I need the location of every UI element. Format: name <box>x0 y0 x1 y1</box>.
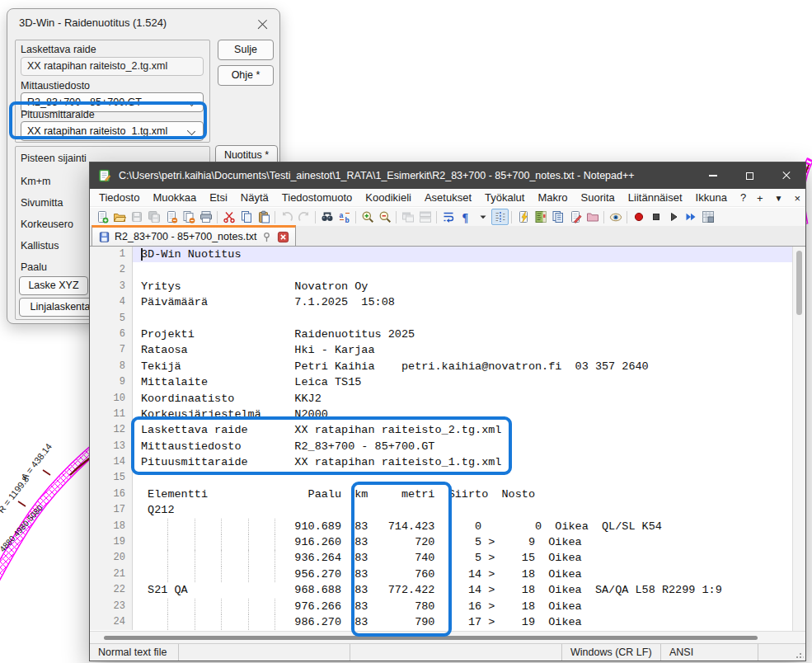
menu-koodikieli[interactable]: Koodikieli <box>359 191 418 204</box>
print-icon[interactable] <box>197 209 214 225</box>
menu-tiedostomuoto[interactable]: Tiedostomuoto <box>275 191 359 204</box>
zoom-in-icon[interactable] <box>359 209 376 225</box>
close-document-button[interactable]: × <box>794 192 800 205</box>
editor-line[interactable]: 19 916.260 83 720 5 > 9 Oikea <box>90 534 805 550</box>
status-insert-mode[interactable]: INS <box>758 644 805 661</box>
save-file-icon[interactable] <box>128 209 145 225</box>
line-text: Q212 <box>133 502 805 518</box>
menu-asetukset[interactable]: Asetukset <box>418 191 478 204</box>
editor-line[interactable]: 3Yritys Novatron Oy <box>90 279 805 294</box>
chevron-down-icon[interactable] <box>474 209 491 225</box>
macro-play-icon[interactable] <box>664 209 682 225</box>
menu-tykalut[interactable]: Työkalut <box>478 191 531 204</box>
horizontal-scrollbar-thumb[interactable] <box>104 636 758 640</box>
editor-line[interactable]: 8Tekijä Petri Kaihia petri.kaihia@novatr… <box>90 359 805 374</box>
editor-line[interactable]: 20 936.264 83 740 5 > 15 Oikea <box>90 550 805 566</box>
find-icon[interactable] <box>318 209 336 225</box>
sync-h-icon[interactable] <box>416 209 434 225</box>
show-all-characters-icon[interactable]: ¶ <box>457 209 474 225</box>
status-encoding[interactable]: ANSI <box>660 644 758 661</box>
editor-line[interactable]: 5 <box>90 311 805 327</box>
tab-list-button[interactable]: ▼ <box>775 194 783 203</box>
line-text: 3D-Win Nuotitus <box>133 247 805 262</box>
ohje-button[interactable]: Ohje * <box>218 65 274 86</box>
vertical-scrollbar[interactable] <box>792 247 805 631</box>
menu-makro[interactable]: Makro <box>531 191 574 204</box>
resize-grip[interactable] <box>796 651 804 659</box>
title-bar[interactable]: C:\Users\petri.kaihia\Documents\Testi_ai… <box>90 162 805 189</box>
new-file-icon[interactable] <box>93 209 110 225</box>
editor-line[interactable]: 13Mittaustiedosto R2_83+700 - 85+700.GT <box>90 439 805 454</box>
pituusmittaraide-combobox[interactable]: XX ratapihan raiteisto_1.tg.xml <box>21 121 204 141</box>
editor-line[interactable]: 6Projekti Raidenuotitus 2025 <box>90 327 805 342</box>
save-all-icon[interactable] <box>145 209 162 225</box>
toolbar-separator <box>511 211 512 223</box>
menu-etsi[interactable]: Etsi <box>203 191 234 204</box>
editor-line[interactable]: 12Laskettava raide XX ratapihan raiteist… <box>90 422 805 438</box>
tab-notes-file[interactable]: R2_83+700 - 85+700_notes.txt <box>92 225 296 246</box>
cut-icon[interactable] <box>220 209 237 225</box>
doc-map-icon[interactable] <box>532 209 549 225</box>
editor-line[interactable]: 10Koordinaatisto KKJ2 <box>90 391 805 407</box>
paste-icon[interactable] <box>255 209 272 225</box>
editor-line[interactable]: 4Päivämäärä 7.1.2025 15:08 <box>90 294 805 310</box>
menu-suorita[interactable]: Suorita <box>575 191 622 204</box>
macro-save-icon[interactable] <box>699 209 716 225</box>
project-folder-icon[interactable] <box>584 209 601 225</box>
zoom-out-icon[interactable] <box>376 209 393 225</box>
laske-xyz-button[interactable]: Laske XYZ <box>19 276 88 295</box>
horizontal-scrollbar[interactable] <box>90 631 805 643</box>
laskettava-raide-field[interactable]: XX ratapihan raiteisto_2.tg.xml <box>21 57 204 76</box>
doc-list-icon[interactable] <box>549 209 566 225</box>
menu-muokkaa[interactable]: Muokkaa <box>146 191 203 204</box>
editor-line[interactable]: 21 956.270 83 760 14 > 18 Oikea <box>90 567 805 582</box>
maximize-button[interactable] <box>731 162 768 189</box>
menu-liitnniset[interactable]: Liitännäiset <box>622 191 689 204</box>
macro-run-multiple-icon[interactable] <box>682 209 699 225</box>
macro-stop-icon[interactable] <box>647 209 664 225</box>
new-tab-button[interactable]: + <box>757 192 763 205</box>
editor-line[interactable]: 24 986.270 83 790 17 > 19 Oikea <box>90 614 805 630</box>
editor-line[interactable]: 2 <box>90 262 805 278</box>
pin-icon[interactable] <box>260 231 273 243</box>
minimize-button[interactable] <box>694 162 731 189</box>
text-editor[interactable]: 13D-Win Nuotitus23Yritys Novatron Oy4Päi… <box>90 247 805 631</box>
monitoring-icon[interactable] <box>607 209 624 225</box>
open-file-icon[interactable] <box>110 209 128 225</box>
menu-help[interactable]: ? <box>734 191 753 204</box>
editor-line[interactable]: 22 S21 QA 968.688 83 772.422 14 > 18 Oik… <box>90 582 805 598</box>
redo-icon[interactable] <box>295 209 312 225</box>
indent-guide-icon[interactable] <box>491 209 509 225</box>
sync-v-icon[interactable] <box>399 209 416 225</box>
editor-line[interactable]: 11Korkeusjärjestelmä N2000 <box>90 407 805 422</box>
close-button[interactable] <box>768 162 805 189</box>
vertical-scrollbar-thumb[interactable] <box>796 251 802 315</box>
shortcut-mapper-icon[interactable] <box>514 209 532 225</box>
editor-line[interactable]: 18 910.689 83 714.423 0 0 Oikea QL/SL K5… <box>90 519 805 534</box>
menu-ikkuna[interactable]: Ikkuna <box>689 191 734 204</box>
editor-line[interactable]: 17 Q212 <box>90 502 805 518</box>
copy-icon[interactable] <box>237 209 255 225</box>
undo-icon[interactable] <box>278 209 295 225</box>
function-list-icon[interactable] <box>566 209 584 225</box>
editor-line[interactable]: 16 Elementti Paalu km metri Siirto Nosto <box>90 487 805 502</box>
menu-nyt[interactable]: Näytä <box>234 191 275 204</box>
status-eol-format[interactable]: Windows (CR LF) <box>561 644 660 661</box>
menu-tiedosto[interactable]: Tiedosto <box>92 191 146 204</box>
line-number: 13 <box>90 439 133 454</box>
editor-line[interactable]: 23 976.266 83 780 16 > 18 Oikea <box>90 599 805 614</box>
dialog-close-icon[interactable] <box>256 18 269 31</box>
sulje-button[interactable]: Sulje <box>218 40 274 60</box>
tab-close-icon[interactable] <box>277 231 289 243</box>
editor-line[interactable]: 14Pituusmittaraide XX ratapihan raiteist… <box>90 454 805 470</box>
window-title: C:\Users\petri.kaihia\Documents\Testi_ai… <box>119 170 694 181</box>
replace-icon[interactable]: ab <box>336 209 353 225</box>
editor-line[interactable]: 15 <box>90 470 805 486</box>
close-file-icon[interactable] <box>162 209 180 225</box>
editor-line[interactable]: 7Rataosa Hki - Karjaa <box>90 342 805 358</box>
macro-record-icon[interactable] <box>630 209 647 225</box>
close-all-icon[interactable] <box>180 209 197 225</box>
editor-line[interactable]: 13D-Win Nuotitus <box>90 247 805 262</box>
editor-line[interactable]: 9Mittalaite Leica TS15 <box>90 374 805 390</box>
word-wrap-icon[interactable] <box>439 209 457 225</box>
